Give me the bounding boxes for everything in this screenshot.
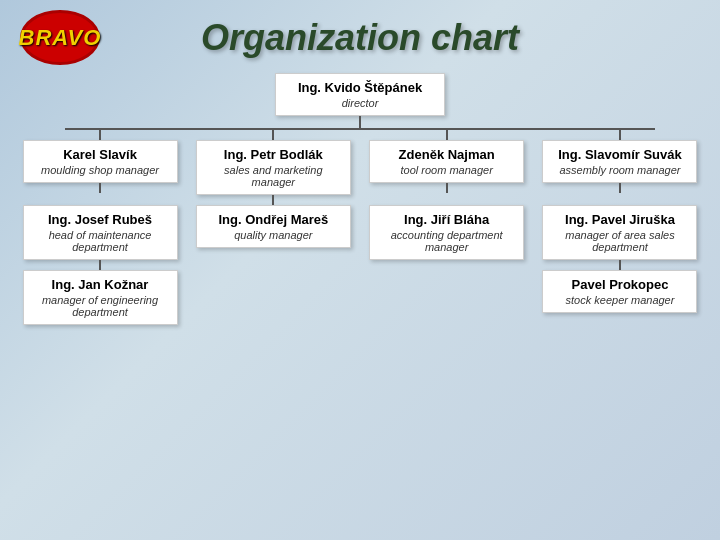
node-l2-3: Ing. Pavel Jiruška manager of area sales… bbox=[542, 205, 697, 260]
col-group-1: Ing. Petr Bodlák sales and marketing man… bbox=[193, 130, 353, 205]
l2-3-name: Ing. Pavel Jiruška bbox=[555, 212, 684, 227]
vline-l1-3 bbox=[619, 130, 621, 140]
vline-l2-3-down bbox=[619, 260, 621, 270]
l2-2-name: Ing. Jiří Bláha bbox=[382, 212, 511, 227]
l1-3-name: Ing. Slavomír Suvák bbox=[555, 147, 684, 162]
l1-0-name: Karel Slavík bbox=[36, 147, 165, 162]
vline-l1-0 bbox=[99, 130, 101, 140]
col-group-l3-1 bbox=[193, 270, 353, 325]
l1-0-title: moulding shop manager bbox=[36, 164, 165, 176]
node-l1-0: Karel Slavík moulding shop manager bbox=[23, 140, 178, 183]
vline-top bbox=[359, 116, 361, 128]
l1-2-title: tool room manager bbox=[382, 164, 511, 176]
level1-row: Karel Slavík moulding shop manager Ing. … bbox=[20, 130, 700, 205]
col-group-l3-0: Ing. Jan Kožnar manager of engineering d… bbox=[20, 270, 180, 325]
col-group-2: Zdeněk Najman tool room manager bbox=[367, 130, 527, 205]
top-section: Ing. Kvido Štěpánek director bbox=[20, 73, 700, 130]
header: BRAVO Organization chart bbox=[20, 10, 700, 65]
l3-0-name: Ing. Jan Kožnar bbox=[36, 277, 165, 292]
col-group-l3-3: Pavel Prokopec stock keeper manager bbox=[540, 270, 700, 325]
l3-3-title: stock keeper manager bbox=[555, 294, 684, 306]
org-chart: Ing. Kvido Štěpánek director Karel Slaví… bbox=[20, 73, 700, 325]
l2-2-title: accounting department manager bbox=[382, 229, 511, 253]
l2-0-name: Ing. Josef Rubeš bbox=[36, 212, 165, 227]
node-l1-2: Zdeněk Najman tool room manager bbox=[369, 140, 524, 183]
node-l2-0: Ing. Josef Rubeš head of maintenance dep… bbox=[23, 205, 178, 260]
l3-3-name: Pavel Prokopec bbox=[555, 277, 684, 292]
level2-row: Ing. Josef Rubeš head of maintenance dep… bbox=[20, 205, 700, 270]
col-group-3: Ing. Slavomír Suvák assembly room manage… bbox=[540, 130, 700, 205]
logo: BRAVO bbox=[20, 10, 100, 65]
vline-l1-0-down bbox=[99, 183, 101, 193]
top-title: director bbox=[288, 97, 432, 109]
col-group-l3-2 bbox=[367, 270, 527, 325]
node-l1-3: Ing. Slavomír Suvák assembly room manage… bbox=[542, 140, 697, 183]
col-group-l2-0: Ing. Josef Rubeš head of maintenance dep… bbox=[20, 205, 180, 270]
l2-1-title: quality manager bbox=[209, 229, 338, 241]
l1-3-title: assembly room manager bbox=[555, 164, 684, 176]
node-l3-0: Ing. Jan Kožnar manager of engineering d… bbox=[23, 270, 178, 325]
l2-1-name: Ing. Ondřej Mareš bbox=[209, 212, 338, 227]
node-l3-3: Pavel Prokopec stock keeper manager bbox=[542, 270, 697, 313]
l1-1-title: sales and marketing manager bbox=[209, 164, 338, 188]
node-l2-2: Ing. Jiří Bláha accounting department ma… bbox=[369, 205, 524, 260]
col-group-0: Karel Slavík moulding shop manager bbox=[20, 130, 180, 205]
node-l1-1: Ing. Petr Bodlák sales and marketing man… bbox=[196, 140, 351, 195]
l2-3-title: manager of area sales department bbox=[555, 229, 684, 253]
vline-l2-0-down bbox=[99, 260, 101, 270]
l1-2-name: Zdeněk Najman bbox=[382, 147, 511, 162]
logo-text: BRAVO bbox=[19, 25, 102, 51]
node-l2-1: Ing. Ondřej Mareš quality manager bbox=[196, 205, 351, 248]
l3-0-title: manager of engineering department bbox=[36, 294, 165, 318]
vline-l1-1-down bbox=[272, 195, 274, 205]
node-top: Ing. Kvido Štěpánek director bbox=[275, 73, 445, 116]
l2-0-title: head of maintenance department bbox=[36, 229, 165, 253]
col-group-l2-2: Ing. Jiří Bláha accounting department ma… bbox=[367, 205, 527, 270]
page-title: Organization chart bbox=[100, 17, 620, 59]
top-name: Ing. Kvido Štěpánek bbox=[288, 80, 432, 95]
vline-l1-1 bbox=[272, 130, 274, 140]
vline-l1-2-down bbox=[446, 183, 448, 193]
vline-l1-3-down bbox=[619, 183, 621, 193]
col-group-l2-1: Ing. Ondřej Mareš quality manager bbox=[193, 205, 353, 270]
col-group-l2-3: Ing. Pavel Jiruška manager of area sales… bbox=[540, 205, 700, 270]
level3-row: Ing. Jan Kožnar manager of engineering d… bbox=[20, 270, 700, 325]
vline-l1-2 bbox=[446, 130, 448, 140]
l1-1-name: Ing. Petr Bodlák bbox=[209, 147, 338, 162]
